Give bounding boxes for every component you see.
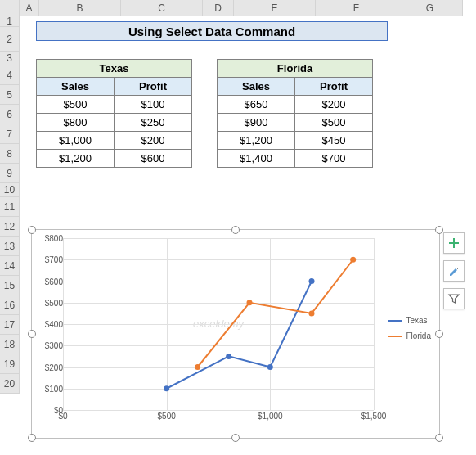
col-header-C[interactable]: C: [121, 0, 203, 16]
resize-handle[interactable]: [435, 434, 443, 442]
row-header-4[interactable]: 4: [0, 65, 20, 85]
data-point: [226, 354, 231, 359]
resize-handle[interactable]: [435, 226, 443, 234]
row-header-16[interactable]: 16: [0, 295, 20, 315]
table-row: $1,000$200: [37, 132, 192, 150]
resize-handle[interactable]: [435, 330, 443, 338]
row-header-2[interactable]: 2: [0, 27, 20, 52]
y-tick-label: $700: [45, 255, 63, 264]
table-row: $1,200$450: [218, 132, 373, 150]
col-header-A[interactable]: A: [20, 0, 39, 16]
legend-item-florida: Florida: [388, 331, 431, 340]
resize-handle[interactable]: [28, 434, 36, 442]
data-point: [350, 257, 356, 263]
chart-svg: [63, 238, 374, 410]
cell[interactable]: $1,200: [218, 132, 295, 150]
resize-handle[interactable]: [231, 226, 240, 234]
cell[interactable]: $1,400: [218, 150, 295, 168]
cell[interactable]: $1,000: [37, 132, 115, 150]
row-header-8[interactable]: 8: [0, 144, 20, 164]
table-row: $500$100: [37, 96, 192, 114]
chart-styles-button[interactable]: [443, 260, 465, 282]
cell[interactable]: $450: [295, 132, 373, 150]
col-header-E[interactable]: E: [234, 0, 316, 16]
x-tick-label: $500: [158, 412, 176, 421]
chart-legend: TexasFlorida: [388, 316, 431, 347]
page-title: Using Select Data Command: [36, 21, 388, 41]
table-region-header: Florida: [218, 60, 373, 78]
cell[interactable]: $1,200: [37, 150, 115, 168]
data-point: [164, 385, 169, 391]
y-tick-label: $300: [45, 341, 63, 350]
cell[interactable]: $900: [218, 114, 295, 132]
row-header-1[interactable]: 1: [0, 16, 20, 27]
row-header-7[interactable]: 7: [0, 124, 20, 144]
legend-swatch: [388, 336, 402, 337]
data-point: [309, 278, 315, 284]
chart-elements-button[interactable]: [443, 232, 465, 254]
col-header-D[interactable]: D: [203, 0, 234, 16]
row-header-15[interactable]: 15: [0, 276, 20, 295]
table-row: $650$200: [218, 96, 373, 114]
brush-icon: [447, 264, 460, 277]
cell[interactable]: $200: [295, 96, 373, 114]
select-all-corner[interactable]: [0, 0, 20, 16]
cell[interactable]: $500: [37, 96, 115, 114]
row-header-12[interactable]: 12: [0, 217, 20, 237]
chart-filters-button[interactable]: [443, 288, 465, 309]
y-tick-label: $400: [45, 320, 63, 329]
x-tick-label: $1,500: [361, 412, 387, 421]
table-row: $900$500: [218, 114, 373, 132]
row-header-9[interactable]: 9: [0, 164, 20, 183]
cell[interactable]: $800: [37, 114, 115, 132]
row-headers: 1234567891011121314151617181920: [0, 16, 20, 394]
table-row: $1,200$600: [37, 150, 192, 168]
row-header-18[interactable]: 18: [0, 335, 20, 354]
data-point: [247, 300, 253, 305]
row-header-5[interactable]: 5: [0, 85, 20, 105]
series-line-texas: [167, 282, 312, 389]
col-header-F[interactable]: F: [316, 0, 397, 16]
row-header-6[interactable]: 6: [0, 105, 20, 124]
chart-container[interactable]: $0$100$200$300$400$500$600$700$800 excel…: [31, 229, 440, 439]
table-row: $1,400$700: [218, 150, 373, 168]
x-tick-label: $1,000: [258, 412, 283, 421]
resize-handle[interactable]: [28, 330, 36, 338]
row-header-14[interactable]: 14: [0, 256, 20, 276]
table-row: $800$250: [37, 114, 192, 132]
row-header-10[interactable]: 10: [0, 183, 20, 197]
row-header-20[interactable]: 20: [0, 374, 20, 394]
table-florida: FloridaSalesProfit$650$200$900$500$1,200…: [217, 59, 373, 168]
row-header-11[interactable]: 11: [0, 197, 20, 217]
y-tick-label: $800: [45, 234, 63, 243]
row-header-13[interactable]: 13: [0, 237, 20, 256]
legend-item-texas: Texas: [388, 316, 431, 325]
table-col-header: Sales: [37, 78, 115, 96]
gridline: [63, 410, 374, 411]
row-header-19[interactable]: 19: [0, 354, 20, 374]
table-region-header: Texas: [37, 60, 192, 78]
y-tick-label: $100: [45, 384, 63, 393]
data-tables: TexasSalesProfit$500$100$800$250$1,000$2…: [36, 59, 388, 168]
resize-handle[interactable]: [231, 434, 240, 442]
col-header-G[interactable]: G: [397, 0, 463, 16]
chart-y-axis: $0$100$200$300$400$500$600$700$800: [38, 238, 63, 410]
cell[interactable]: $600: [115, 150, 192, 168]
row-header-17[interactable]: 17: [0, 315, 20, 335]
cell[interactable]: $500: [295, 114, 373, 132]
cell[interactable]: $650: [218, 96, 295, 114]
series-line-florida: [198, 259, 353, 367]
sheet-content: Using Select Data Command TexasSalesProf…: [20, 16, 388, 168]
y-tick-label: $500: [45, 298, 63, 307]
resize-handle[interactable]: [28, 226, 36, 234]
y-tick-label: $600: [45, 277, 63, 286]
cell[interactable]: $700: [295, 150, 373, 168]
legend-swatch: [388, 320, 402, 322]
vgridline: [374, 238, 375, 410]
cell[interactable]: $250: [115, 114, 192, 132]
table-col-header: Sales: [218, 78, 295, 96]
cell[interactable]: $200: [115, 132, 192, 150]
cell[interactable]: $100: [115, 96, 192, 114]
row-header-3[interactable]: 3: [0, 52, 20, 65]
col-header-B[interactable]: B: [39, 0, 121, 16]
